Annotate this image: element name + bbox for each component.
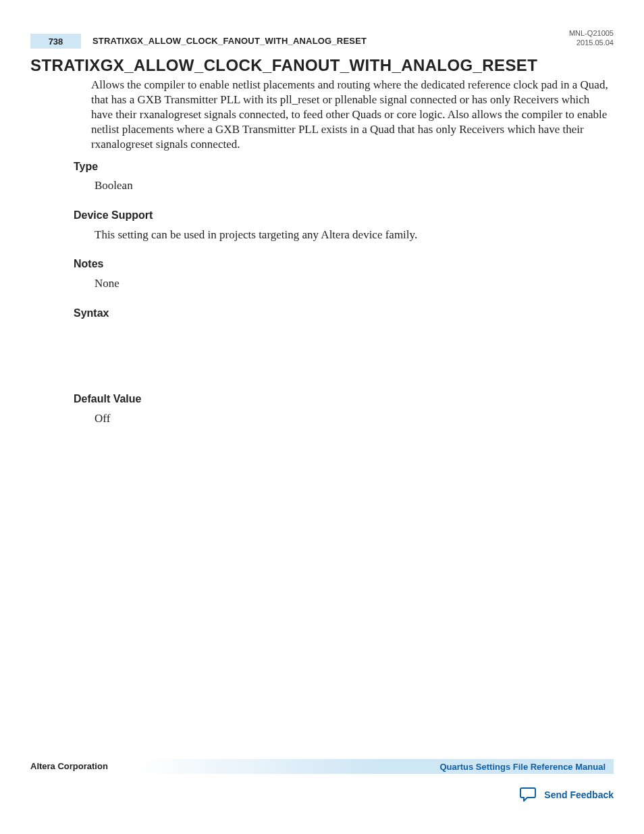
doc-meta: MNL-Q21005 2015.05.04: [569, 28, 614, 48]
section-heading-syntax: Syntax: [74, 307, 109, 319]
send-feedback-link[interactable]: Send Feedback: [520, 787, 614, 803]
section-value-type: Boolean: [95, 179, 133, 192]
section-heading-device-support: Device Support: [74, 209, 153, 221]
page-title: STRATIXGX_ALLOW_CLOCK_FANOUT_WITH_ANALOG…: [30, 56, 537, 75]
running-title: STRATIXGX_ALLOW_CLOCK_FANOUT_WITH_ANALOG…: [92, 36, 367, 46]
doc-id: MNL-Q21005: [569, 28, 614, 38]
speech-bubble-icon: [520, 787, 537, 803]
doc-date: 2015.05.04: [569, 38, 614, 47]
section-heading-notes: Notes: [74, 258, 103, 270]
footer-manual-link[interactable]: Quartus Settings File Reference Manual: [137, 759, 614, 774]
page-footer: Altera Corporation Quartus Settings File…: [30, 759, 614, 775]
footer-company: Altera Corporation: [30, 761, 108, 771]
section-heading-type: Type: [74, 161, 98, 173]
send-feedback-label: Send Feedback: [544, 789, 614, 800]
section-value-notes: None: [95, 277, 119, 290]
section-value-default-value: Off: [95, 412, 110, 425]
page-header: 738 STRATIXGX_ALLOW_CLOCK_FANOUT_WITH_AN…: [0, 26, 644, 46]
page-number: 738: [30, 34, 81, 49]
section-heading-default-value: Default Value: [74, 393, 141, 405]
section-value-device-support: This setting can be used in projects tar…: [95, 228, 417, 242]
description-paragraph: Allows the compiler to enable netlist pl…: [91, 78, 611, 152]
